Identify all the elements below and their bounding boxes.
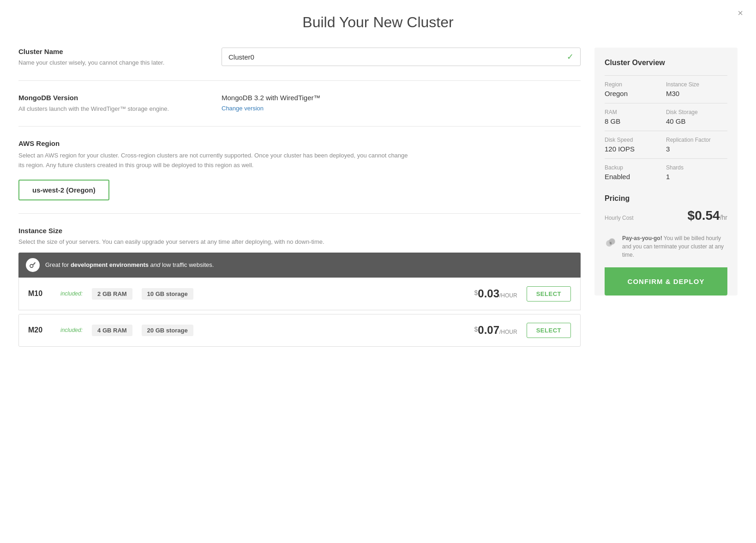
mongodb-version-value-col: MongoDB 3.2 with WiredTiger™ Change vers… <box>222 94 581 112</box>
hourly-cost-value: $0.54 <box>688 208 720 223</box>
hourly-cost-unit: /hr <box>720 214 727 221</box>
confirm-deploy-button[interactable]: CONFIRM & DEPLOY <box>605 267 727 296</box>
coins-icon: $ <box>605 235 618 250</box>
mongodb-version-text: MongoDB 3.2 with WiredTiger™ <box>222 94 581 102</box>
main-form: Cluster Name Name your cluster wisely, y… <box>18 48 581 360</box>
overview-cell-disk-speed: Disk Speed 120 IOPS <box>605 131 666 158</box>
pay-as-you-go-bold: Pay-as-you-go! <box>622 235 662 241</box>
dev-banner-text: Great for development environments and l… <box>45 261 214 268</box>
overview-disk-speed-value: 120 IOPS <box>605 145 666 153</box>
modal-container: × Build Your New Cluster Cluster Name Na… <box>0 0 756 543</box>
sidebar: Cluster Overview Region Oregon Instance … <box>594 48 738 296</box>
cluster-name-heading: Cluster Name <box>18 48 212 55</box>
aws-region-section: AWS Region Select an AWS region for your… <box>18 126 581 213</box>
instance-m10-storage: 10 GB storage <box>142 288 193 300</box>
overview-region-label: Region <box>605 81 666 88</box>
instance-m20-included-label: included: <box>60 327 83 333</box>
mongodb-version-section: MongoDB Version All clusters launch with… <box>18 80 581 127</box>
overview-cell-shards: Shards 1 <box>666 158 727 186</box>
overview-backup-value: Enabled <box>605 173 666 181</box>
overview-backup-label: Backup <box>605 164 666 171</box>
svg-point-0 <box>30 264 33 267</box>
overview-cell-replication: Replication Factor 3 <box>666 131 727 158</box>
svg-text:$: $ <box>610 241 612 245</box>
page-title: Build Your New Cluster <box>18 14 738 31</box>
overview-disk-storage-value: 40 GB <box>666 117 727 125</box>
overview-replication-value: 3 <box>666 145 727 153</box>
aws-region-button[interactable]: us-west-2 (Oregon) <box>18 180 109 200</box>
instance-size-section: Instance Size Select the size of your se… <box>18 213 581 360</box>
instance-m10-included-label: included: <box>60 290 83 297</box>
instance-m10-price: 0.03 <box>478 287 499 300</box>
cluster-name-input-wrapper: ✓ <box>222 48 581 66</box>
pricing-title: Pricing <box>605 194 727 203</box>
overview-shards-label: Shards <box>666 164 727 171</box>
cluster-overview-title: Cluster Overview <box>605 59 727 67</box>
cluster-name-row: Cluster Name Name your cluster wisely, y… <box>18 48 581 67</box>
overview-ram-value: 8 GB <box>605 117 666 125</box>
mongodb-version-description: All clusters launch with the WiredTiger™… <box>18 104 212 114</box>
cluster-overview-box: Cluster Overview Region Oregon Instance … <box>594 48 738 296</box>
content-area: Cluster Name Name your cluster wisely, y… <box>18 48 738 360</box>
instance-m10-price-col: $0.03/HOUR <box>203 287 517 300</box>
instance-m20-select-button[interactable]: SELECT <box>527 323 571 338</box>
aws-region-description: Select an AWS region for your cluster. C… <box>18 151 415 170</box>
close-button[interactable]: × <box>738 8 743 18</box>
change-version-link[interactable]: Change version <box>222 105 264 112</box>
overview-replication-label: Replication Factor <box>666 137 727 143</box>
overview-cell-ram: RAM 8 GB <box>605 103 666 131</box>
instance-card-m10: M10 included: 2 GB RAM 10 GB storage $0.… <box>18 278 581 310</box>
overview-cell-instance-size: Instance Size M30 <box>666 75 727 103</box>
overview-ram-label: RAM <box>605 109 666 115</box>
cluster-name-description: Name your cluster wisely, you cannot cha… <box>18 58 212 67</box>
instance-m20-price-unit: /HOUR <box>499 329 517 335</box>
instance-m20-storage: 20 GB storage <box>142 325 193 336</box>
cluster-overview-grid: Region Oregon Instance Size M30 RAM 8 GB… <box>605 75 727 186</box>
cluster-name-value-col: ✓ <box>222 48 581 66</box>
hourly-cost-value-wrapper: $0.54/hr <box>688 208 727 223</box>
overview-disk-speed-label: Disk Speed <box>605 137 666 143</box>
overview-shards-value: 1 <box>666 173 727 181</box>
instance-m20-price: 0.07 <box>478 324 499 336</box>
overview-region-value: Oregon <box>605 90 666 97</box>
key-icon <box>26 258 40 272</box>
instance-m10-name: M10 <box>28 290 51 298</box>
mongodb-version-label-col: MongoDB Version All clusters launch with… <box>18 94 212 114</box>
instance-m20-price-col: $0.07/HOUR <box>203 324 517 337</box>
hourly-cost-label: Hourly Cost <box>605 215 634 221</box>
overview-cell-region: Region Oregon <box>605 75 666 103</box>
instance-m10-price-unit: /HOUR <box>499 292 517 299</box>
instance-m10-ram: 2 GB RAM <box>92 288 132 300</box>
instance-m20-name: M20 <box>28 326 51 334</box>
overview-cell-backup: Backup Enabled <box>605 158 666 186</box>
mongodb-version-heading: MongoDB Version <box>18 94 212 102</box>
cluster-name-label-col: Cluster Name Name your cluster wisely, y… <box>18 48 212 67</box>
pricing-row: Hourly Cost $0.54/hr <box>605 208 727 223</box>
dev-environment-banner: Great for development environments and l… <box>18 253 581 278</box>
aws-region-heading: AWS Region <box>18 139 581 147</box>
pay-as-you-go-note: $ Pay-as-you-go! You will be billed hour… <box>605 229 727 267</box>
overview-instance-size-label: Instance Size <box>666 81 727 88</box>
instance-card-m20: M20 included: 4 GB RAM 20 GB storage $0.… <box>18 314 581 347</box>
mongodb-version-row: MongoDB Version All clusters launch with… <box>18 94 581 114</box>
overview-instance-size-value: M30 <box>666 90 727 97</box>
pricing-section: Pricing Hourly Cost $0.54/hr <box>605 186 727 267</box>
instance-size-description: Select the size of your servers. You can… <box>18 238 581 245</box>
instance-m10-select-button[interactable]: SELECT <box>527 286 571 302</box>
overview-cell-disk-storage: Disk Storage 40 GB <box>666 103 727 131</box>
instance-m20-ram: 4 GB RAM <box>92 325 132 336</box>
cluster-name-input[interactable] <box>228 53 567 61</box>
instance-size-heading: Instance Size <box>18 227 581 235</box>
cluster-name-section: Cluster Name Name your cluster wisely, y… <box>18 48 581 80</box>
overview-disk-storage-label: Disk Storage <box>666 109 727 115</box>
pay-as-you-go-text: Pay-as-you-go! You will be billed hourly… <box>622 234 727 259</box>
cluster-name-check-icon: ✓ <box>567 52 574 62</box>
